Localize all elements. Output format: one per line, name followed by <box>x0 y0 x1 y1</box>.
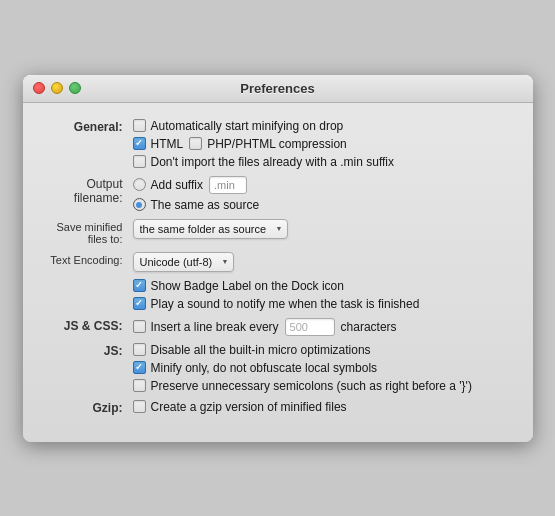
show-badge-container[interactable]: Show Badge Label on the Dock icon <box>133 279 344 293</box>
html-checkbox[interactable] <box>133 137 146 150</box>
auto-start-inline: Automatically start minifying on drop <box>133 119 513 133</box>
encoding-dropdown[interactable]: Unicode (utf-8) <box>133 252 234 272</box>
disable-micro-label: Disable all the built-in micro optimizat… <box>151 343 371 357</box>
maximize-button[interactable] <box>69 82 81 94</box>
show-badge-inline: Show Badge Label on the Dock icon <box>133 279 513 293</box>
output-label: Output filename: <box>43 176 133 205</box>
php-checkbox-container[interactable]: PHP/PHTML compression <box>189 137 347 151</box>
same-as-source-row: The same as source <box>133 198 513 212</box>
general-label: General: <box>43 119 133 134</box>
add-suffix-radio-container[interactable]: Add suffix <box>133 178 203 192</box>
preserve-semi-checkbox[interactable] <box>133 379 146 392</box>
dont-import-label: Don't import the files already with a .m… <box>151 155 395 169</box>
auto-start-checkbox-container[interactable]: Automatically start minifying on drop <box>133 119 344 133</box>
preserve-semi-row: Preserve unnecessary semicolons (such as… <box>133 379 513 393</box>
html-php-row: HTML PHP/PHTML compression <box>133 137 513 151</box>
output-filename-row: Output filename: Add suffix The same as … <box>43 176 513 212</box>
show-badge-checkbox[interactable] <box>133 279 146 292</box>
add-suffix-label: Add suffix <box>151 178 203 192</box>
line-break-input[interactable] <box>285 318 335 336</box>
line-break-checkbox[interactable] <box>133 320 146 333</box>
add-suffix-radio[interactable] <box>133 178 146 191</box>
minify-only-checkbox[interactable] <box>133 361 146 374</box>
same-as-source-radio[interactable] <box>133 198 146 211</box>
create-gzip-container[interactable]: Create a gzip version of minified files <box>133 400 347 414</box>
save-files-row: Save minified files to: the same folder … <box>43 219 513 245</box>
create-gzip-row: Create a gzip version of minified files <box>133 400 513 414</box>
php-label: PHP/PHTML compression <box>207 137 347 151</box>
line-break-row: Insert a line break every characters <box>133 318 513 336</box>
encoding-controls: Unicode (utf-8) <box>133 252 513 272</box>
html-checkbox-container[interactable]: HTML <box>133 137 184 151</box>
preserve-semi-container[interactable]: Preserve unnecessary semicolons (such as… <box>133 379 472 393</box>
gzip-label: Gzip: <box>43 400 133 415</box>
play-sound-label: Play a sound to notify me when the task … <box>151 297 420 311</box>
js-row: JS: Disable all the built-in micro optim… <box>43 343 513 393</box>
minimize-button[interactable] <box>51 82 63 94</box>
same-as-source-radio-container[interactable]: The same as source <box>133 198 260 212</box>
characters-label: characters <box>341 320 397 334</box>
traffic-lights <box>33 82 81 94</box>
same-as-source-label: The same as source <box>151 198 260 212</box>
disable-micro-row: Disable all the built-in micro optimizat… <box>133 343 513 357</box>
preserve-semi-label: Preserve unnecessary semicolons (such as… <box>151 379 472 393</box>
titlebar: Preferences <box>23 75 533 103</box>
create-gzip-label: Create a gzip version of minified files <box>151 400 347 414</box>
close-button[interactable] <box>33 82 45 94</box>
play-sound-checkbox[interactable] <box>133 297 146 310</box>
minify-only-container[interactable]: Minify only, do not obfuscate local symb… <box>133 361 378 375</box>
show-badge-label: Show Badge Label on the Dock icon <box>151 279 344 293</box>
save-dropdown-row: the same folder as source <box>133 219 513 239</box>
suffix-input[interactable] <box>209 176 247 194</box>
gzip-row: Gzip: Create a gzip version of minified … <box>43 400 513 415</box>
add-suffix-row: Add suffix <box>133 176 513 194</box>
content-area: General: Automatically start minifying o… <box>23 103 533 442</box>
dont-import-container[interactable]: Don't import the files already with a .m… <box>133 155 395 169</box>
js-css-label: JS & CSS: <box>43 318 133 333</box>
save-controls: the same folder as source <box>133 219 513 239</box>
dont-import-row: Don't import the files already with a .m… <box>133 155 513 169</box>
minify-only-row: Minify only, do not obfuscate local symb… <box>133 361 513 375</box>
disable-micro-checkbox[interactable] <box>133 343 146 356</box>
play-sound-container[interactable]: Play a sound to notify me when the task … <box>133 297 420 311</box>
save-select-wrapper: the same folder as source <box>133 219 288 239</box>
encoding-dropdown-row: Unicode (utf-8) <box>133 252 513 272</box>
encoding-label: Text Encoding: <box>43 252 133 266</box>
text-encoding-row: Text Encoding: Unicode (utf-8) <box>43 252 513 272</box>
save-dropdown[interactable]: the same folder as source <box>133 219 288 239</box>
disable-micro-container[interactable]: Disable all the built-in micro optimizat… <box>133 343 371 357</box>
html-label: HTML <box>151 137 184 151</box>
save-label: Save minified files to: <box>43 219 133 245</box>
general-controls: Automatically start minifying on drop HT… <box>133 119 513 169</box>
php-checkbox[interactable] <box>189 137 202 150</box>
js-css-row: JS & CSS: Insert a line break every char… <box>43 318 513 336</box>
js-label: JS: <box>43 343 133 358</box>
preferences-window: Preferences General: Automatically start… <box>23 75 533 442</box>
auto-start-row: General: Automatically start minifying o… <box>43 119 513 169</box>
line-break-container[interactable]: Insert a line break every <box>133 320 279 334</box>
show-badge-row: Show Badge Label on the Dock icon Play a… <box>43 279 513 311</box>
window-title: Preferences <box>240 81 314 96</box>
auto-start-checkbox[interactable] <box>133 119 146 132</box>
line-break-label: Insert a line break every <box>151 320 279 334</box>
minify-only-label: Minify only, do not obfuscate local symb… <box>151 361 378 375</box>
dont-import-checkbox[interactable] <box>133 155 146 168</box>
auto-start-label: Automatically start minifying on drop <box>151 119 344 133</box>
create-gzip-checkbox[interactable] <box>133 400 146 413</box>
encoding-select-wrapper: Unicode (utf-8) <box>133 252 234 272</box>
play-sound-inline: Play a sound to notify me when the task … <box>133 297 513 311</box>
output-controls: Add suffix The same as source <box>133 176 513 212</box>
